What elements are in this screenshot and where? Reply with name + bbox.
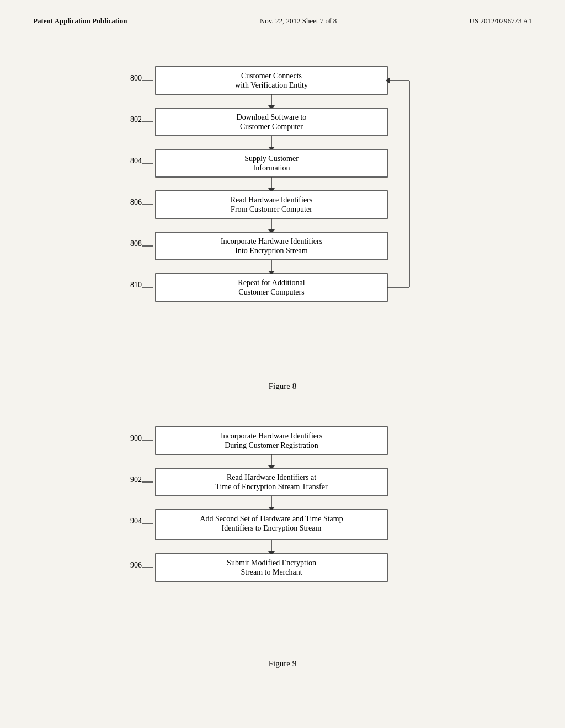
box-906 xyxy=(156,554,387,581)
box-808-line1: Incorporate Hardware Identifiers xyxy=(221,237,322,245)
box-800 xyxy=(156,67,387,94)
figure9-caption: Figure 9 xyxy=(269,659,296,668)
box-900-line2: During Customer Registration xyxy=(225,441,318,449)
page: Patent Application Publication Nov. 22, … xyxy=(0,0,565,728)
header-patent-number: US 2012/0296773 A1 xyxy=(470,17,532,25)
box-804-line1: Supply Customer xyxy=(244,154,299,163)
box-802 xyxy=(156,108,387,136)
box-802-line2: Customer Computer xyxy=(240,122,303,131)
label-902: 902 xyxy=(130,475,142,484)
box-902-line2: Time of Encryption Stream Transfer xyxy=(215,483,328,491)
box-808 xyxy=(156,232,387,260)
header-publication-label: Patent Application Publication xyxy=(33,17,127,25)
label-802: 802 xyxy=(130,115,142,124)
label-806: 806 xyxy=(130,198,142,206)
box-904-line2: Identifiers to Encryption Stream xyxy=(222,524,322,532)
figure8-caption: Figure 8 xyxy=(269,382,296,391)
box-804 xyxy=(156,149,387,177)
label-804: 804 xyxy=(130,157,142,165)
box-808-line2: Into Encryption Stream xyxy=(235,247,308,255)
box-802-line1: Download Software to xyxy=(237,113,307,121)
box-810-line1: Repeat for Additional xyxy=(238,279,305,287)
box-906-line2: Stream to Merchant xyxy=(241,568,302,576)
box-804-line2: Information xyxy=(253,164,290,172)
box-904-line1: Add Second Set of Hardware and Time Stam… xyxy=(200,515,343,523)
box-900-line1: Incorporate Hardware Identifiers xyxy=(221,432,322,440)
box-800-line2: with Verification Entity xyxy=(235,81,308,89)
label-800: 800 xyxy=(130,74,142,82)
box-806-line1: Read Hardware Identifiers xyxy=(231,196,312,204)
page-header: Patent Application Publication Nov. 22, … xyxy=(33,17,532,36)
main-content: 800 Customer Connects with Verification … xyxy=(33,36,532,690)
label-904: 904 xyxy=(130,517,142,525)
label-906: 906 xyxy=(130,561,142,569)
box-902 xyxy=(156,468,387,496)
header-date-sheet: Nov. 22, 2012 Sheet 7 of 8 xyxy=(260,17,337,25)
label-810: 810 xyxy=(130,281,142,289)
box-906-line1: Submit Modified Encryption xyxy=(227,559,316,567)
box-806 xyxy=(156,191,387,218)
box-902-line1: Read Hardware Identifiers at xyxy=(227,473,316,481)
box-800-line1: Customer Connects xyxy=(241,72,302,80)
label-808: 808 xyxy=(130,239,142,248)
figure9-section: 900 Incorporate Hardware Identifiers Dur… xyxy=(33,413,532,674)
figure8-section: 800 Customer Connects with Verification … xyxy=(33,53,532,397)
box-900 xyxy=(156,427,387,454)
box-810 xyxy=(156,274,387,301)
box-806-line2: From Customer Computer xyxy=(231,205,312,213)
figure8-flowchart: 800 Customer Connects with Verification … xyxy=(100,53,465,373)
label-900: 900 xyxy=(130,434,142,442)
figure9-flowchart: 900 Incorporate Hardware Identifiers Dur… xyxy=(100,413,465,650)
box-810-line2: Customer Computers xyxy=(238,288,304,296)
